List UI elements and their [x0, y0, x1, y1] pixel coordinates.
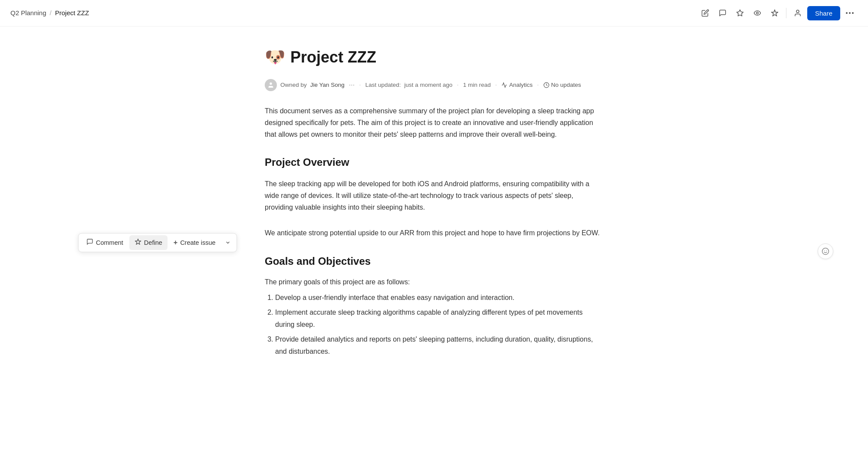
list-item: Implement accurate sleep tracking algori…	[275, 306, 603, 331]
goals-intro: The primary goals of this project are as…	[265, 276, 603, 288]
define-inline-icon	[135, 238, 141, 247]
owned-by-label: Owned by	[280, 80, 307, 90]
updates-link[interactable]: No updates	[543, 80, 581, 90]
overview-body: The sleep tracking app will be developed…	[265, 178, 603, 214]
analytics-link[interactable]: Analytics	[501, 80, 533, 90]
last-updated-value: just a moment ago	[404, 80, 452, 90]
svg-marker-0	[736, 10, 743, 16]
more-options-button[interactable]	[842, 5, 858, 21]
comment-inline-icon	[86, 238, 93, 247]
sparkle-icon-button[interactable]	[767, 5, 783, 21]
create-issue-toolbar-label: Create issue	[180, 239, 215, 246]
list-item: Provide detailed analytics and reports o…	[275, 333, 603, 358]
toolbar-icons: Share	[697, 5, 858, 21]
toolbar-chevron-button[interactable]	[222, 236, 234, 250]
svg-point-8	[822, 248, 829, 255]
breadcrumb-separator: /	[50, 8, 52, 18]
plus-inline-icon: +	[174, 239, 178, 247]
breadcrumb-current: Project ZZZ	[55, 8, 89, 18]
sidebar-reaction-button[interactable]	[818, 244, 833, 259]
star-icon-button[interactable]	[732, 5, 748, 21]
edit-icon-button[interactable]	[697, 5, 713, 21]
breadcrumb-parent[interactable]: Q2 Planning	[10, 8, 46, 18]
page-title-row: 🐶 Project ZZZ	[265, 44, 603, 70]
svg-point-6	[270, 82, 272, 85]
comment-icon-button[interactable]	[715, 5, 730, 21]
page-title: Project ZZZ	[290, 45, 376, 70]
breadcrumb: Q2 Planning / Project ZZZ	[10, 8, 89, 18]
goals-heading: Goals and Objectives	[265, 253, 603, 270]
svg-point-1	[756, 12, 759, 14]
intro-text: This document serves as a comprehensive …	[265, 105, 603, 141]
toolbar-divider	[786, 8, 786, 18]
top-bar: Q2 Planning / Project ZZZ	[0, 0, 868, 26]
svg-point-3	[846, 12, 848, 14]
svg-point-2	[796, 10, 799, 13]
profile-icon-button[interactable]	[790, 5, 806, 21]
comment-toolbar-button[interactable]: Comment	[81, 235, 128, 250]
read-time: 1 min read	[463, 80, 491, 90]
owner-name: Jie Yan Song	[310, 80, 345, 90]
meta-row: Owned by Jie Yan Song ··· · Last updated…	[265, 79, 603, 91]
share-button[interactable]: Share	[807, 6, 840, 20]
page-emoji: 🐶	[265, 44, 285, 70]
define-toolbar-button[interactable]: Define	[129, 235, 168, 250]
comment-toolbar-label: Comment	[96, 239, 123, 246]
page-content: 🐶 Project ZZZ Owned by Jie Yan Song ··· …	[247, 26, 621, 403]
watch-icon-button[interactable]	[750, 5, 765, 21]
define-toolbar-label: Define	[144, 239, 162, 246]
create-issue-toolbar-button[interactable]: + Create issue	[168, 236, 221, 250]
owner-more-button[interactable]: ···	[349, 79, 355, 91]
inline-toolbar: Comment Define + Create issue	[78, 233, 237, 252]
svg-point-5	[852, 12, 854, 14]
avatar	[265, 79, 277, 91]
overview-body2: We anticipate strong potential upside to…	[265, 227, 603, 239]
last-updated-label: Last updated:	[365, 80, 401, 90]
list-item: Develop a user-friendly interface that e…	[275, 292, 603, 304]
project-overview-heading: Project Overview	[265, 154, 603, 171]
goals-list: Develop a user-friendly interface that e…	[265, 292, 603, 358]
svg-point-4	[849, 12, 851, 14]
